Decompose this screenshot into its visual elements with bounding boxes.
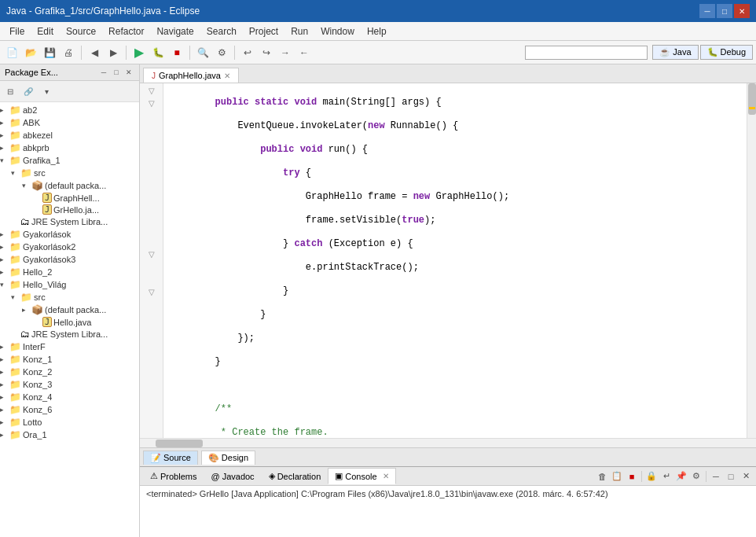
java-perspective-button[interactable]: ☕ Java [652,45,698,60]
menu-run[interactable]: Run [284,24,314,39]
pe-item[interactable]: ▸📁Lotto [0,416,139,428]
debug-run-button[interactable]: 🐛 [149,44,167,61]
print-button[interactable]: 🖨 [60,44,77,61]
pe-item[interactable]: 🗂JRE System Libra... [0,215,139,228]
gutter-fold-1[interactable]: ▽ [140,85,163,97]
pe-item[interactable]: ▾📁src [0,291,139,303]
bp-tab-problems[interactable]: ⚠ Problems [143,468,204,484]
pe-item[interactable]: ▸📁Hello_2 [0,266,139,278]
bp-tab-javadoc[interactable]: @ Javadoc [204,468,261,484]
pe-item[interactable]: ▸📁Konz_6 [0,403,139,416]
next-button[interactable]: → [277,44,294,61]
javadoc-icon: @ [211,472,219,481]
pe-item[interactable]: JGrHello.ja... [0,204,139,215]
bp-tab-console[interactable]: ▣ Console ✕ [328,468,395,484]
pe-link-button[interactable]: 🔗 [20,83,37,100]
pe-toolbar: ⊟ 🔗 ▾ [0,81,139,102]
undo-button[interactable]: ↩ [239,44,256,61]
pe-menu-button[interactable]: ▾ [38,83,55,100]
tab-close-icon[interactable]: ✕ [224,72,230,80]
tab-source[interactable]: 📝 Source [143,451,198,465]
pe-item[interactable]: ▸📁ab2 [0,104,139,116]
bp-toolbar: 🗑 📋 ■ 🔒 ↵ 📌 ⚙ ─ □ ✕ [595,469,753,484]
pe-item[interactable]: ▸📁abkezel [0,129,139,142]
menu-help[interactable]: Help [361,24,393,39]
console-close-icon[interactable]: ✕ [383,472,389,480]
source-icon: 📝 [150,453,161,463]
bp-scroll-lock-button[interactable]: 🔒 [644,469,659,484]
new-button[interactable]: 📄 [3,44,20,61]
pe-item[interactable]: ▸📁Konz_3 [0,378,139,391]
menu-window[interactable]: Window [314,24,361,39]
maximize-button[interactable]: □ [717,4,732,18]
editor-scrollbar-v[interactable] [747,83,756,438]
pe-item[interactable]: ▾📁Hello_Világ [0,278,139,291]
scrollbar-thumb-v[interactable] [748,83,756,115]
stop-button[interactable]: ■ [168,44,185,61]
bp-settings-button[interactable]: ⚙ [689,469,703,484]
toolbar-separator-2 [126,46,127,60]
bp-minimize-button[interactable]: ─ [709,469,723,484]
minimize-button[interactable]: ─ [699,4,715,18]
pe-item[interactable]: ▸📁Konz_4 [0,391,139,403]
menu-file[interactable]: File [3,24,31,39]
pe-item[interactable]: JHello.java [0,316,139,328]
bp-word-wrap-button[interactable]: ↵ [659,469,673,484]
pe-item[interactable]: ▾📁src [0,167,139,179]
editor-scrollbar-h[interactable] [140,438,756,447]
debug-perspective-button[interactable]: 🐛 Debug [700,45,753,60]
pe-collapse-button[interactable]: ⊟ [2,83,19,100]
pe-item[interactable]: ▸📦(default packa... [0,303,139,316]
forward-button[interactable]: ▶ [105,44,122,61]
pe-item[interactable]: JGraphHell... [0,192,139,204]
pe-item[interactable]: ▸📁Ora_1 [0,428,139,441]
bp-pin-button[interactable]: 📌 [674,469,688,484]
bp-copy-button[interactable]: 📋 [610,469,624,484]
open-button[interactable]: 📂 [22,44,39,61]
pe-item[interactable]: ▸📁abkprb [0,142,139,154]
back-button[interactable]: ◀ [86,44,103,61]
pe-item[interactable]: ▸📁Gyakorlások [0,228,139,241]
pe-maximize-button[interactable]: □ [111,67,122,78]
menu-navigate[interactable]: Navigate [150,24,200,39]
menu-search[interactable]: Search [200,24,243,39]
run-button[interactable]: ▶ [130,44,148,61]
redo-button[interactable]: ↪ [258,44,275,61]
pe-item[interactable]: ▸📁InterF [0,340,139,353]
pe-item[interactable]: ▸📁Konz_2 [0,366,139,378]
menu-source[interactable]: Source [60,24,102,39]
editor-tab-graphhello[interactable]: J GraphHello.java ✕ [143,68,239,83]
pe-item[interactable]: ▸📁Gyakorlások3 [0,253,139,266]
pe-item[interactable]: 🗂JRE System Libra... [0,328,139,340]
prev-button[interactable]: ← [295,44,313,61]
pe-item[interactable]: ▸📁ABK [0,116,139,129]
menu-project[interactable]: Project [243,24,284,39]
bp-clear-button[interactable]: 🗑 [595,469,609,484]
menu-refactor[interactable]: Refactor [102,24,150,39]
bp-stop-button[interactable]: ■ [625,469,639,484]
bp-maximize-button[interactable]: □ [724,469,738,484]
package-explorer: Package Ex... ─ □ ✕ ⊟ 🔗 ▾ ▸📁ab2▸📁ABK▸📁ab… [0,64,140,537]
pe-item[interactable]: ▸📁Konz_1 [0,353,139,366]
menu-edit[interactable]: Edit [31,24,60,39]
bp-tab-declaration[interactable]: ◈ Declaration [262,468,328,484]
settings-button[interactable]: ⚙ [213,44,230,61]
declaration-icon: ◈ [269,471,275,481]
code-gutter: ▽ ▽ ▽ [140,83,163,438]
scrollbar-thumb-h[interactable] [156,440,203,447]
gutter-fold-2[interactable]: ▽ [140,97,163,110]
editor-content[interactable]: ▽ ▽ ▽ [140,83,756,466]
bp-close-button[interactable]: ✕ [739,469,753,484]
pe-item[interactable]: ▾📦(default packa... [0,179,139,192]
close-button[interactable]: ✕ [734,4,750,18]
tab-design[interactable]: 🎨 Design [201,451,255,465]
pe-item[interactable]: ▸📁Gyakorlások2 [0,241,139,253]
code-body[interactable]: public static void main(String[] args) {… [163,83,747,438]
search-toolbar-button[interactable]: 🔍 [194,44,211,61]
save-button[interactable]: 💾 [41,44,58,61]
pe-minimize-button[interactable]: ─ [98,67,109,78]
pe-item[interactable]: ▾📁Grafika_1 [0,154,139,167]
quick-access-input[interactable]: Quick Access [525,46,648,60]
pe-content: ▸📁ab2▸📁ABK▸📁abkezel▸📁abkprb▾📁Grafika_1▾📁… [0,102,139,537]
pe-close-button[interactable]: ✕ [123,67,134,78]
